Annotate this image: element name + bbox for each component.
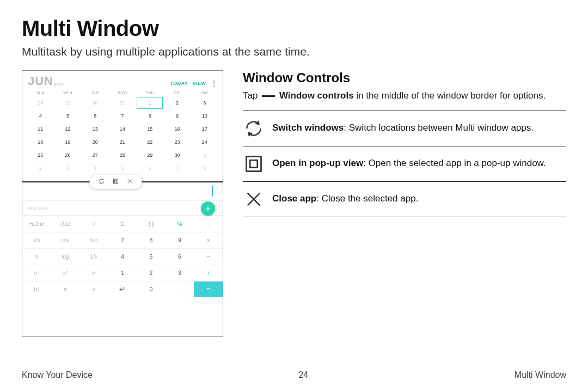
calendar-day[interactable]: 5 <box>109 162 136 175</box>
calendar-day[interactable]: 28 <box>109 149 136 162</box>
page-title: Multi Window <box>22 16 566 41</box>
calc-key[interactable]: 0 <box>137 281 166 297</box>
calc-key[interactable]: eˣ <box>22 265 51 281</box>
calendar-day[interactable]: 3 <box>191 96 218 109</box>
calendar-day[interactable]: 1 <box>191 149 218 162</box>
calendar-day[interactable]: 15 <box>136 122 163 136</box>
calendar-day[interactable]: 3 <box>54 162 81 175</box>
calc-key[interactable]: Rad <box>51 216 80 232</box>
calendar-day[interactable]: 30 <box>82 96 109 109</box>
calc-key[interactable]: 6 <box>166 248 194 265</box>
calc-key[interactable]: 3 <box>166 265 194 281</box>
calendar-day[interactable]: 19 <box>54 136 81 149</box>
calendar-day[interactable]: 27 <box>82 149 109 162</box>
calendar-day[interactable]: 7 <box>163 162 191 175</box>
calendar-day[interactable]: 28 <box>27 96 54 109</box>
calc-key[interactable]: xʸ <box>79 265 108 281</box>
calc-key[interactable]: x² <box>51 265 80 281</box>
calc-key[interactable]: . <box>166 281 194 297</box>
calc-key[interactable]: 8 <box>137 232 166 248</box>
calendar-day[interactable]: 4 <box>27 109 54 122</box>
calendar-day[interactable]: 30 <box>163 149 191 162</box>
calc-key[interactable]: 7 <box>108 232 137 248</box>
calc-key[interactable]: π <box>51 281 80 297</box>
calendar-day[interactable]: 17 <box>191 122 218 136</box>
calc-key[interactable]: log <box>51 248 80 265</box>
calc-key[interactable]: 9 <box>166 232 194 248</box>
calc-key[interactable]: |x| <box>22 281 51 297</box>
calc-key[interactable]: C <box>108 216 137 232</box>
calculator-history-label[interactable]: HISTORY <box>28 206 48 210</box>
calendar-grid: SUNMONTUEWEDTHUFRISAT2829303112345678910… <box>22 89 223 175</box>
calendar-day[interactable]: 8 <box>191 162 218 175</box>
calendar-day[interactable]: 10 <box>191 109 218 122</box>
calendar-day[interactable]: 6 <box>82 109 109 122</box>
calendar-dow: SAT <box>191 89 218 96</box>
calendar-day[interactable]: 29 <box>54 96 81 109</box>
footer-topic: Multi Window <box>514 370 566 380</box>
calendar-day[interactable]: 22 <box>136 136 163 149</box>
calendar-dow: SUN <box>27 89 54 96</box>
calendar-day[interactable]: 9 <box>163 109 191 122</box>
calendar-day[interactable]: 21 <box>109 136 136 149</box>
calendar-day[interactable]: 16 <box>163 122 191 136</box>
calc-key[interactable]: 5 <box>137 248 166 265</box>
calendar-day[interactable]: 29 <box>136 149 163 162</box>
calc-key[interactable]: √ <box>79 216 108 232</box>
calc-key[interactable]: ÷ <box>194 216 223 232</box>
calendar-day[interactable]: 2 <box>27 162 54 175</box>
calendar-dow: TUE <box>82 89 109 96</box>
calendar-day[interactable]: 1 <box>136 96 163 109</box>
calendar-view-button[interactable]: VIEW <box>192 81 206 86</box>
calc-key[interactable]: − <box>194 248 223 265</box>
calc-key[interactable]: 1 <box>108 265 137 281</box>
calendar-year: 2017 <box>54 82 64 87</box>
calc-key[interactable]: ln <box>22 248 51 265</box>
more-icon[interactable]: ⋮ <box>211 79 218 87</box>
feature-close-app: Close app: Close the selected app. <box>243 181 566 217</box>
calendar-day[interactable]: 25 <box>27 149 54 162</box>
calc-key[interactable]: +/- <box>108 281 137 297</box>
calc-key[interactable]: e <box>79 281 108 297</box>
calc-key[interactable]: 4 <box>108 248 137 265</box>
calendar-day[interactable]: 24 <box>191 136 218 149</box>
svg-rect-3 <box>247 156 261 171</box>
calc-key[interactable]: = <box>194 281 223 297</box>
calc-key[interactable]: ( ) <box>137 216 166 232</box>
calc-key[interactable]: + <box>194 265 223 281</box>
calendar-day[interactable]: 4 <box>82 162 109 175</box>
calendar-day[interactable]: 26 <box>54 149 81 162</box>
switch-windows-icon <box>243 118 265 139</box>
calendar-day[interactable]: 20 <box>82 136 109 149</box>
calendar-day[interactable]: 31 <box>109 96 136 109</box>
add-event-button[interactable]: + <box>201 201 215 216</box>
calendar-day[interactable]: 8 <box>136 109 163 122</box>
popup-view-icon <box>243 153 265 175</box>
calc-key[interactable]: × <box>194 232 223 248</box>
calc-key[interactable]: 1/x <box>79 248 108 265</box>
feature-switch-windows: Switch windows: Switch locations between… <box>243 111 566 146</box>
section-intro: Tap Window controls in the middle of the… <box>243 89 566 103</box>
page-subtitle: Multitask by using multiple applications… <box>22 45 566 58</box>
calendar-day[interactable]: 23 <box>163 136 191 149</box>
feature-popup-view: Open in pop-up view: Open the selected a… <box>243 146 566 181</box>
calendar-day[interactable]: 5 <box>54 109 81 122</box>
calendar-today-button[interactable]: TODAY <box>170 81 188 86</box>
calendar-day[interactable]: 2 <box>163 96 191 109</box>
calc-key[interactable]: cos <box>51 232 80 248</box>
calc-key[interactable]: ↹ 2nd <box>22 216 51 232</box>
calendar-day[interactable]: 12 <box>54 122 81 136</box>
device-screenshot: JUN 2017 TODAY VIEW ⋮ SUNMONTUEWEDTHUFRI… <box>22 70 223 337</box>
calendar-day[interactable]: 13 <box>82 122 109 136</box>
footer-section: Know Your Device <box>22 370 93 380</box>
calendar-day[interactable]: 7 <box>109 109 136 122</box>
calendar-day[interactable]: 18 <box>27 136 54 149</box>
calendar-day[interactable]: 11 <box>27 122 54 136</box>
calendar-day[interactable]: 14 <box>109 122 136 136</box>
calc-key[interactable]: 2 <box>137 265 166 281</box>
calendar-day[interactable]: 6 <box>136 162 163 175</box>
calc-key[interactable]: % <box>166 216 194 232</box>
calc-key[interactable]: sin <box>22 232 51 248</box>
calc-key[interactable]: tan <box>79 232 108 248</box>
calculator-display[interactable] <box>22 182 223 201</box>
